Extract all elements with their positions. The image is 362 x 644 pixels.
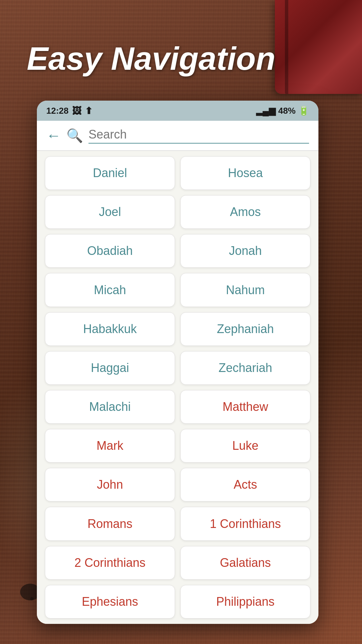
book-button[interactable]: John	[45, 468, 175, 501]
book-button[interactable]: Amos	[180, 195, 310, 229]
book-button[interactable]: Matthew	[180, 390, 310, 424]
status-right: ▂▄▆ 48% 🔋	[256, 106, 309, 116]
book-button[interactable]: Mark	[45, 429, 175, 463]
back-button[interactable]: ←	[46, 127, 61, 144]
book-button[interactable]: Habakkuk	[45, 312, 175, 346]
book-button[interactable]: Obadiah	[45, 234, 175, 268]
signal-bars: ▂▄▆	[256, 106, 276, 116]
book-button[interactable]: Joel	[45, 195, 175, 229]
book-button[interactable]: Luke	[180, 429, 310, 463]
search-icon: 🔍	[66, 128, 83, 144]
book-button[interactable]: Philippians	[180, 585, 310, 619]
page-title: Easy Navigation	[27, 40, 276, 77]
search-bar: ← 🔍	[37, 121, 318, 151]
time-display: 12:28	[46, 106, 69, 116]
book-button[interactable]: Micah	[45, 273, 175, 307]
book-button[interactable]: 2 Corinthians	[45, 546, 175, 580]
book-button[interactable]: Nahum	[180, 273, 310, 307]
book-button[interactable]: Zechariah	[180, 351, 310, 385]
sync-icon: ⬆	[85, 105, 93, 116]
book-button[interactable]: Daniel	[45, 156, 175, 190]
status-left: 12:28 🖼 ⬆	[46, 105, 93, 116]
photo-icon: 🖼	[72, 105, 81, 116]
battery-display: 48%	[278, 106, 296, 116]
books-grid: DanielHoseaJoelAmosObadiahJonahMicahNahu…	[37, 151, 318, 624]
book-corner	[275, 0, 362, 94]
book-button[interactable]: 1 Corinthians	[180, 507, 310, 540]
phone-mockup: 12:28 🖼 ⬆ ▂▄▆ 48% 🔋 ← 🔍 DanielHoseaJoelA…	[37, 101, 318, 624]
book-button[interactable]: Hosea	[180, 156, 310, 190]
status-bar: 12:28 🖼 ⬆ ▂▄▆ 48% 🔋	[37, 101, 318, 121]
book-button[interactable]: Zephaniah	[180, 312, 310, 346]
search-input[interactable]	[88, 127, 309, 144]
book-button[interactable]: Galatians	[180, 546, 310, 580]
book-button[interactable]: Malachi	[45, 390, 175, 424]
book-button[interactable]: Romans	[45, 507, 175, 540]
book-button[interactable]: Jonah	[180, 234, 310, 268]
battery-icon: 🔋	[298, 106, 309, 116]
book-button[interactable]: Haggai	[45, 351, 175, 385]
book-button[interactable]: Acts	[180, 468, 310, 501]
book-button[interactable]: Ephesians	[45, 585, 175, 619]
